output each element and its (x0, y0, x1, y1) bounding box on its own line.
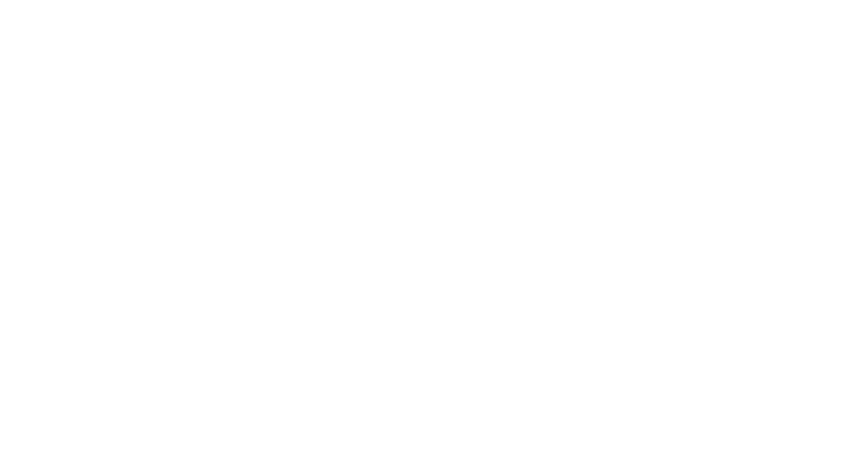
plot-area (43, 18, 861, 430)
chart-svg (43, 18, 861, 430)
chart-container (0, 0, 868, 470)
